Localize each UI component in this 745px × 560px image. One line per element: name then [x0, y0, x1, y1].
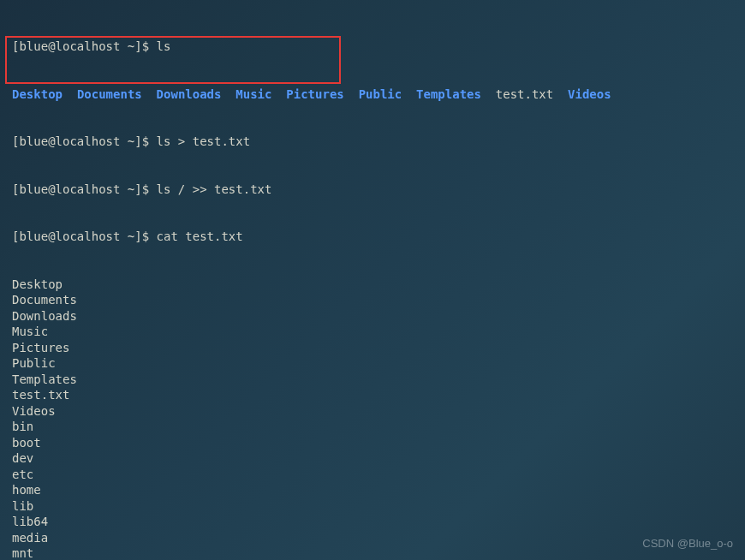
shell-prompt: [blue@localhost ~]$	[12, 182, 157, 196]
cat-output-item: boot	[12, 435, 733, 451]
terminal-output[interactable]: [blue@localhost ~]$ ls Desktop Documents…	[0, 0, 745, 560]
command-text: ls / >> test.txt	[157, 182, 272, 196]
cat-output-item: test.txt	[12, 387, 733, 403]
shell-prompt: [blue@localhost ~]$	[12, 134, 157, 148]
cat-output-item: lib	[12, 498, 733, 515]
command-line-ls: [blue@localhost ~]$ ls	[12, 39, 733, 55]
command-text: ls > test.txt	[157, 134, 251, 148]
command-line-ls-redirect: [blue@localhost ~]$ ls > test.txt	[12, 134, 733, 150]
watermark-text: CSDN @Blue_o-o	[642, 536, 733, 552]
cat-output-item: mnt	[12, 545, 733, 560]
cat-output-item: dev	[12, 450, 733, 467]
cat-output-item: media	[12, 530, 733, 546]
cat-output-item: home	[12, 482, 733, 498]
cat-output-item: Desktop	[12, 277, 733, 293]
cat-output-item: Videos	[12, 403, 733, 420]
command-line-ls-append: [blue@localhost ~]$ ls / >> test.txt	[12, 182, 733, 198]
cat-output-item: Music	[12, 324, 733, 340]
shell-prompt: [blue@localhost ~]$	[12, 229, 157, 243]
command-line-cat: [blue@localhost ~]$ cat test.txt	[12, 229, 733, 245]
command-text: cat test.txt	[157, 229, 243, 243]
cat-output-item: lib64	[12, 514, 733, 530]
cat-output-item: Public	[12, 355, 733, 372]
cat-output-item: Documents	[12, 292, 733, 308]
cat-output-item: Templates	[12, 372, 733, 388]
ls-item: Music	[235, 87, 271, 101]
ls-item: Templates	[416, 87, 481, 101]
cat-output-item: etc	[12, 467, 733, 483]
ls-item: test.txt	[496, 87, 553, 101]
shell-prompt: [blue@localhost ~]$	[12, 39, 157, 53]
ls-item: Desktop	[12, 87, 63, 101]
command-text: ls	[157, 39, 171, 53]
ls-item: Downloads	[157, 87, 222, 101]
cat-output-item: Downloads	[12, 308, 733, 325]
ls-output-row: Desktop Documents Downloads Music Pictur…	[12, 86, 733, 103]
ls-item: Documents	[77, 87, 142, 101]
ls-item: Videos	[568, 87, 611, 101]
cat-output-item: Pictures	[12, 340, 733, 356]
ls-item: Pictures	[286, 87, 343, 101]
ls-item: Public	[359, 87, 402, 101]
cat-output-item: bin	[12, 419, 733, 435]
cat-output-list: DesktopDocumentsDownloadsMusicPicturesPu…	[12, 277, 733, 561]
